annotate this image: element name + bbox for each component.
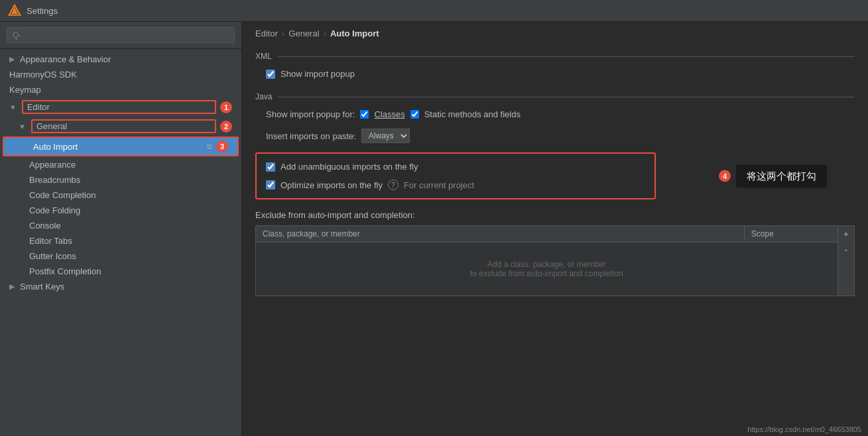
sidebar-item-code-completion[interactable]: Code Completion <box>0 188 241 203</box>
breadcrumb-sep-1: › <box>282 28 284 38</box>
exclude-table-wrapper: Class, package, or member Scope Add a cl… <box>255 225 855 296</box>
sidebar-item-postfix-completion[interactable]: Postfix Completion <box>0 264 241 279</box>
add-unambiguous-checkbox[interactable] <box>266 162 275 172</box>
sidebar-item-smart-keys[interactable]: ▶ Smart Keys <box>0 279 241 294</box>
main-content: ▶ Appearance & Behavior HarmonyOS SDK Ke… <box>0 22 868 436</box>
expand-arrow-icon: ▶ <box>9 55 15 64</box>
sidebar-item-editor[interactable]: ▼ Editor 1 <box>0 97 241 117</box>
search-input[interactable] <box>7 27 235 43</box>
smart-keys-arrow-icon: ▶ <box>9 282 15 291</box>
sidebar-item-gutter-icons[interactable]: Gutter Icons <box>0 248 241 264</box>
breadcrumb-sep-2: › <box>324 28 326 38</box>
remove-table-item-button[interactable]: - <box>838 242 854 258</box>
exclude-label: Exclude from auto-import and completion: <box>255 210 855 220</box>
breadcrumb-general: General <box>288 28 319 38</box>
step-badge-3: 3 <box>216 140 228 152</box>
classes-label: Classes <box>374 109 404 119</box>
highlighted-options-box: Add unambiguous imports on the fly Optim… <box>255 152 656 199</box>
sidebar-item-code-folding[interactable]: Code Folding <box>0 203 241 218</box>
insert-imports-on-paste-row: Insert imports on paste: Always Ask Neve… <box>255 126 855 146</box>
optimize-imports-checkbox[interactable] <box>266 180 275 190</box>
sidebar-item-editor-tabs[interactable]: Editor Tabs <box>0 233 241 248</box>
show-import-popup-for-row: Show import popup for: Classes Static me… <box>255 107 855 122</box>
optimize-imports-label[interactable]: Optimize imports on the fly <box>266 180 383 190</box>
insert-imports-select[interactable]: Always Ask Never <box>361 129 410 143</box>
step-badge-4: 4 <box>719 170 731 182</box>
nav-tree: ▶ Appearance & Behavior HarmonyOS SDK Ke… <box>0 49 241 436</box>
sidebar-item-appearance-behavior[interactable]: ▶ Appearance & Behavior <box>0 52 241 67</box>
xml-section-header: XML <box>255 52 855 61</box>
sidebar-item-keymap[interactable]: Keymap <box>0 82 241 97</box>
sidebar-item-general[interactable]: ▼ General 2 <box>0 117 241 136</box>
sidebar-item-breadcrumbs[interactable]: Breadcrumbs <box>0 172 241 188</box>
sidebar-item-console[interactable]: Console <box>0 218 241 233</box>
tooltip-text: 将这两个都打勾 <box>736 164 827 188</box>
editor-expand-arrow-icon: ▼ <box>9 103 17 111</box>
classes-checkbox[interactable] <box>360 110 369 119</box>
copy-icon: ⧉ <box>207 142 212 151</box>
add-table-item-button[interactable]: + <box>838 226 854 242</box>
for-current-project-label: For current project <box>404 180 474 190</box>
title-bar-text: Settings <box>27 6 58 16</box>
col-class-package: Class, package, or member <box>256 226 745 242</box>
add-unambiguous-imports-row: Add unambiguous imports on the fly <box>263 159 648 174</box>
app-logo-icon <box>8 4 21 17</box>
show-import-popup-row: Show import popup <box>255 66 855 82</box>
main-panel: Editor › General › Auto Import XML Show … <box>242 22 868 436</box>
sidebar-item-harmonyos[interactable]: HarmonyOS SDK <box>0 67 241 82</box>
breadcrumb-editor: Editor <box>255 28 278 38</box>
static-methods-checkbox[interactable] <box>410 110 419 119</box>
sidebar: ▶ Appearance & Behavior HarmonyOS SDK Ke… <box>0 22 242 436</box>
step-badge-2: 2 <box>220 121 232 133</box>
breadcrumb-auto-import: Auto Import <box>330 28 379 38</box>
general-expand-arrow-icon: ▼ <box>19 123 26 131</box>
general-label: General <box>31 119 216 133</box>
step-badge-1: 1 <box>220 101 232 113</box>
editor-label: Editor <box>22 100 216 114</box>
sidebar-item-appearance[interactable]: Appearance <box>0 157 241 172</box>
table-header: Class, package, or member Scope <box>256 226 837 243</box>
table-body: Add a class, package, or member to exclu… <box>256 243 837 296</box>
col-scope: Scope <box>745 226 837 242</box>
sidebar-item-auto-import[interactable]: Auto Import ⧉ 3 <box>3 136 239 156</box>
optimize-imports-row: Optimize imports on the fly ? For curren… <box>263 177 648 193</box>
panel-content: XML Show import popup Java Show import p… <box>242 45 868 436</box>
add-unambiguous-label[interactable]: Add unambiguous imports on the fly <box>266 162 418 172</box>
url-bar: https://blog.csdn.net/m0_46653805 <box>747 425 861 433</box>
breadcrumb: Editor › General › Auto Import <box>242 22 868 45</box>
exclude-section: Exclude from auto-import and completion:… <box>255 210 855 296</box>
show-import-popup-checkbox[interactable] <box>266 70 275 79</box>
show-import-popup-label[interactable]: Show import popup <box>266 69 355 79</box>
static-methods-label: Static methods and fields <box>424 109 521 119</box>
title-bar: Settings <box>0 0 868 22</box>
question-icon[interactable]: ? <box>388 180 399 190</box>
java-section-header: Java <box>255 92 855 101</box>
empty-message: Add a class, package, or member to exclu… <box>470 260 623 278</box>
search-bar <box>0 22 241 49</box>
exclude-table: Class, package, or member Scope Add a cl… <box>255 225 838 296</box>
